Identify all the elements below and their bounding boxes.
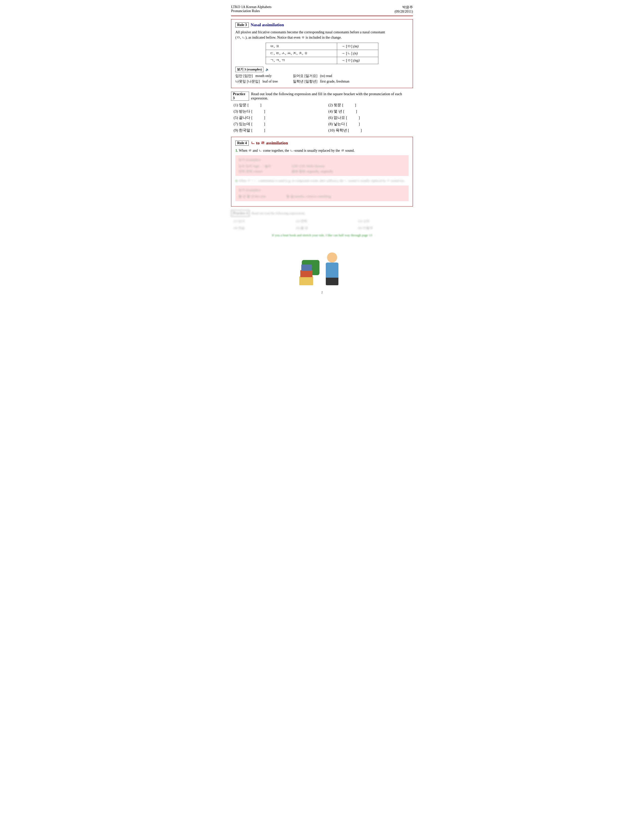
rule3-desc2: (ㅁ, ㄴ), as indicated bellow. Notice that… [235, 35, 342, 39]
consonant-cell: ㅂ, ㅍ [266, 43, 337, 50]
rule3-title: Rule 3 Nasal assimilation [235, 23, 409, 27]
table-row: ㄷ, ㅌ, ㅅ, ㅆ, ㅈ, ㅊ, ㅎ → [ㄴ] (n) [266, 50, 378, 57]
example-2: 나뭇잎 [나문입] leaf of tree [235, 79, 278, 84]
cartoon-image [297, 240, 347, 285]
rule4-pink-box2: 보기 (examples) 할 년 할 년 this year 몇 달 mont… [235, 185, 409, 201]
cartoon-area [231, 240, 413, 285]
rule4-point1-num: 1. [235, 149, 238, 153]
examples-right: 읽어요 [일거요] (to) read 일학년 [일항년] first grad… [293, 74, 349, 85]
rule4-title: Rule 4 ㄴ to ㄹ assimilation [235, 140, 409, 146]
reminder-text: If you a bout book and stretch your rule… [231, 233, 413, 237]
course-title: LTKO 1A Korean Alphabets [231, 5, 272, 9]
student-date: (09/28/2011) [394, 10, 413, 14]
practice3-title: Practice 3 Read out loud the following e… [231, 92, 413, 101]
examples-badge: 보기 3 (examples) [235, 67, 263, 72]
practice3-description: Read out loud the following expression a… [251, 92, 413, 100]
practice4-grid: (1) 선녀 (2) 연락 (3) 신라 (4) 연습 (5) 올 년 (6) … [233, 219, 413, 231]
page-header: LTKO 1A Korean Alphabets Pronunciation R… [231, 5, 413, 14]
rule4-blurred-title2: 보기 (examples) [238, 188, 406, 193]
example-4: 일학년 [일항년] first grade, freshman [293, 79, 349, 84]
table-row: ㅂ, ㅍ → [ㅁ] (m) [266, 43, 378, 50]
table-row: ㄱ, ㅋ, ㄲ → [ㅇ] (ng) [266, 57, 378, 64]
example-1: 입만 [임만] mouth only [235, 74, 278, 78]
rule4-badge: Rule 4 [235, 141, 249, 146]
practice-item-2: (2) 뒷문 [ ] [328, 103, 413, 108]
person-head [327, 252, 337, 262]
header-left: LTKO 1A Korean Alphabets Pronunciation R… [231, 5, 272, 14]
practice3-grid: (1) 앞문 [ ] (2) 뒷문 [ ] (3) 받는다 [ ] (4) 몇 … [233, 103, 413, 133]
rule4-heading: ㄴ to ㄹ assimilation [251, 140, 288, 146]
rule4-blurred-examples2-left: 할 년 할 년 this year [238, 194, 266, 199]
practice-item-3: (3) 받는다 [ ] [233, 109, 318, 114]
practice4-item-6: (6) 이렇게 [358, 225, 413, 231]
person-legs [326, 278, 338, 285]
practice3-badge: Practice 3 [231, 92, 249, 101]
examples-badge-row: 보기 3 (examples) 🔈 [235, 67, 409, 72]
arrow-cell: → [ㅁ] (m) [337, 43, 378, 50]
rule3-heading: Nasal assimilation [251, 23, 284, 27]
examples-row: 입만 [임만] mouth only 나뭇잎 [나문입] leaf of tre… [235, 74, 409, 85]
practice4-item-4: (4) 연습 [233, 225, 288, 231]
rule4-blurred-examples-left: 논리 논리 logic → 놀리 연락 연락 contact [238, 164, 271, 174]
practice-item-6: (6) 없나요 [ ] [328, 115, 413, 120]
consonant-cell: ㄱ, ㅋ, ㄲ [266, 57, 337, 64]
practice4-item-2: (2) 연락 [296, 219, 351, 224]
arrow-cell: → [ㄴ] (n) [337, 50, 378, 57]
practice-item-4: (4) 몇 년 [ ] [328, 109, 413, 114]
book-yellow [299, 277, 313, 285]
rule4-point2: 2. When ㄹ + ㄴ combination is used (e.g. … [235, 178, 409, 183]
speaker-icon: 🔈 [266, 68, 269, 71]
student-name: 박윤주 [394, 5, 413, 10]
practice-item-5: (5) 끝나다 [ ] [233, 115, 318, 120]
practice-item-1: (1) 앞문 [ ] [233, 103, 318, 108]
rule4-point1: 1. When ㄹ and ㄴ come together, the ㄴ-sou… [235, 148, 409, 153]
consonant-table: ㅂ, ㅍ → [ㅁ] (m) ㄷ, ㅌ, ㅅ, ㅆ, ㅈ, ㅊ, ㅎ → [ㄴ]… [266, 43, 378, 64]
rule3-desc1: All plosive and fricative consonants bec… [235, 30, 385, 34]
rule4-blurred-examples2-right: 몇 달 months, contacts something [286, 194, 331, 199]
header-right: 박윤주 (09/28/2011) [394, 5, 413, 14]
person-body [326, 262, 338, 278]
page-number: 2 [231, 290, 413, 294]
practice4-badge: Practice 4 [231, 210, 250, 217]
practice-item-9: (9) 한국말 [ ] [233, 128, 318, 133]
practice-item-7: (7) 있는데 [ ] [233, 122, 318, 127]
practice4-desc: Read out loud the following expressions. [251, 211, 305, 216]
practice3-section: Practice 3 Read out loud the following e… [231, 92, 413, 133]
book-blue [301, 265, 312, 271]
arrow-cell: → [ㅇ] (ng) [337, 57, 378, 64]
practice4-section: Practice 4 Read out loud the following e… [231, 210, 413, 231]
header-divider [231, 16, 413, 16]
rule4-pink-box1: 보기 (examples) 논리 논리 logic → 놀리 연락 연락 con… [235, 155, 409, 176]
book-red [300, 270, 312, 277]
practice-item-8: (8) 낳는다 [ ] [328, 122, 413, 127]
rule4-blurred-title1: 보기 (examples) [238, 157, 406, 162]
rule4-point2-content: 2. When ㄹ + ㄴ combination is used (e.g. … [235, 179, 405, 182]
rule3-box: Rule 3 Nasal assimilation All plosive an… [231, 19, 413, 88]
practice4-item-1: (1) 선녀 [233, 219, 288, 224]
rule3-badge: Rule 3 [235, 23, 249, 27]
examples-left: 입만 [임만] mouth only 나뭇잎 [나문입] leaf of tre… [235, 74, 278, 85]
rule3-description: All plosive and fricative consonants bec… [235, 29, 409, 40]
example-3: 읽어요 [일거요] (to) read [293, 74, 349, 78]
consonant-cell: ㄷ, ㅌ, ㅅ, ㅆ, ㅈ, ㅊ, ㅎ [266, 50, 337, 57]
rule4-box: Rule 4 ㄴ to ㄹ assimilation 1. When ㄹ and… [231, 137, 413, 206]
practice4-item-3: (3) 신라 [358, 219, 413, 224]
rule4-point1-text: When ㄹ and ㄴ come together, the ㄴ-sound … [239, 149, 354, 153]
rule4-blurred-examples-right: 신라 신라 Shilla dynasty 원래 원래 originally, o… [291, 164, 333, 174]
practice-item-10: (10) 육학년 [ ] [328, 128, 413, 133]
practice4-item-5: (5) 올 년 [296, 225, 351, 231]
course-subtitle: Pronunciation Rules [231, 9, 272, 13]
